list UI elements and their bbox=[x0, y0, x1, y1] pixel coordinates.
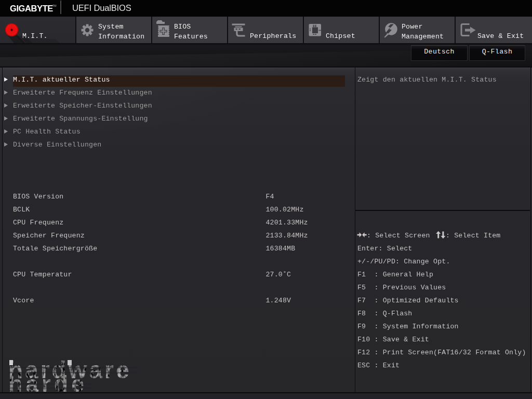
svg-text:harde: harde bbox=[8, 371, 87, 393]
